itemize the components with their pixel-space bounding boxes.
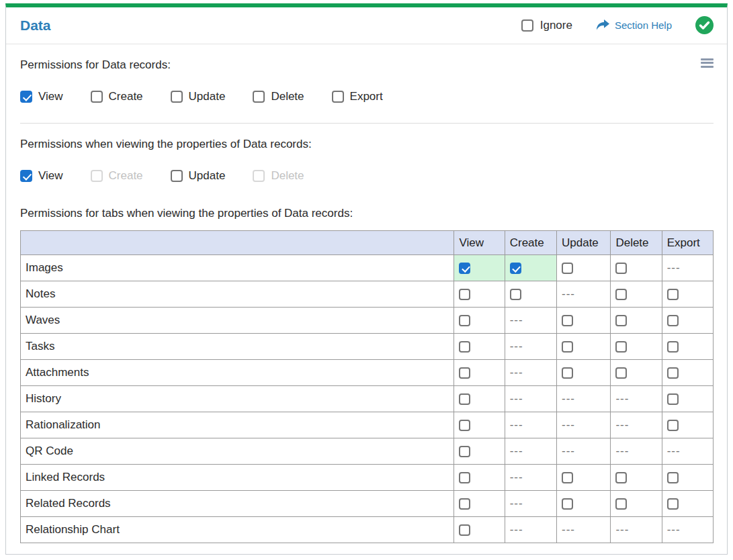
waves-delete-checkbox[interactable]	[615, 315, 627, 326]
waves-row-label: Waves	[21, 308, 454, 334]
na-indicator: ---	[510, 366, 523, 379]
delete-checkbox-item[interactable]: Delete	[253, 89, 304, 104]
attachments-row-label: Attachments	[21, 360, 454, 386]
na-indicator: ---	[562, 392, 575, 405]
panel-title: Data	[20, 17, 51, 34]
na-indicator: ---	[510, 471, 523, 483]
properties-permissions-checkbox-row: ViewCreateUpdateDelete	[20, 169, 714, 183]
tasks-update-cell	[557, 334, 611, 360]
rationalization-view-checkbox[interactable]	[459, 420, 470, 431]
export-checkbox[interactable]	[332, 91, 344, 103]
history-delete-not-applicable: ---	[611, 386, 662, 412]
na-indicator: ---	[667, 445, 681, 457]
images-create-checkbox[interactable]	[510, 263, 521, 274]
linked-records-export-cell	[662, 465, 713, 491]
na-indicator: ---	[615, 392, 629, 405]
tasks-delete-checkbox[interactable]	[615, 341, 627, 353]
linked-records-export-checkbox[interactable]	[667, 472, 679, 483]
attachments-export-cell	[662, 360, 713, 386]
na-indicator: ---	[510, 418, 523, 431]
panel-body: Permissions for Data records: ViewCreate…	[6, 58, 727, 543]
tasks-row-label: Tasks	[21, 334, 454, 360]
forward-arrow-icon	[596, 19, 609, 31]
rationalization-view-cell	[454, 412, 505, 438]
attachments-update-checkbox[interactable]	[562, 367, 573, 379]
history-export-checkbox[interactable]	[667, 393, 679, 405]
relationship-chart-create-not-applicable: ---	[505, 517, 556, 543]
checkbox-label: Delete	[271, 89, 304, 104]
view-checkbox-item[interactable]: View	[20, 169, 63, 183]
related-records-update-checkbox[interactable]	[562, 498, 573, 510]
waves-update-checkbox[interactable]	[562, 315, 573, 326]
related-records-export-checkbox[interactable]	[667, 498, 679, 510]
tasks-export-checkbox[interactable]	[667, 341, 679, 353]
create-checkbox	[91, 170, 103, 182]
view-checkbox-item[interactable]: View	[20, 89, 63, 104]
attachments-export-checkbox[interactable]	[667, 367, 679, 379]
linked-records-delete-checkbox[interactable]	[615, 472, 627, 483]
related-records-view-cell	[454, 491, 505, 517]
ignore-checkbox[interactable]	[521, 19, 533, 32]
tab-name-column-header	[21, 231, 454, 255]
waves-export-cell	[662, 308, 713, 334]
qr-code-view-checkbox[interactable]	[459, 446, 470, 457]
notes-update-not-applicable: ---	[557, 281, 611, 308]
na-indicator: ---	[510, 445, 523, 457]
panel-header-actions: Ignore Section Help	[521, 16, 714, 34]
related-records-delete-checkbox[interactable]	[615, 498, 627, 510]
waves-view-checkbox[interactable]	[459, 315, 470, 326]
related-records-delete-cell	[611, 491, 662, 517]
attachments-update-cell	[557, 360, 611, 386]
notes-export-checkbox[interactable]	[667, 289, 679, 300]
waves-create-not-applicable: ---	[505, 308, 556, 334]
ignore-checkbox-item[interactable]: Ignore	[521, 19, 572, 32]
notes-view-checkbox[interactable]	[459, 289, 470, 300]
tabs-permissions-table: ViewCreateUpdateDeleteExport Images---No…	[20, 230, 714, 543]
export-checkbox-item[interactable]: Export	[332, 89, 383, 104]
images-view-checkbox[interactable]	[459, 263, 470, 274]
hamburger-menu-icon[interactable]	[701, 55, 714, 71]
update-checkbox-item[interactable]: Update	[171, 89, 226, 104]
waves-update-cell	[557, 308, 611, 334]
linked-records-view-checkbox[interactable]	[459, 472, 470, 483]
na-indicator: ---	[562, 523, 575, 536]
rationalization-export-checkbox[interactable]	[667, 420, 679, 431]
images-delete-checkbox[interactable]	[615, 263, 627, 274]
related-records-view-checkbox[interactable]	[459, 498, 470, 510]
na-indicator: ---	[615, 418, 629, 431]
view-checkbox[interactable]	[20, 91, 32, 103]
tasks-export-cell	[662, 334, 713, 360]
view-checkbox[interactable]	[20, 170, 32, 182]
attachments-delete-checkbox[interactable]	[615, 367, 627, 379]
update-checkbox[interactable]	[171, 170, 183, 182]
tab-table-header-row: ViewCreateUpdateDeleteExport	[21, 231, 714, 255]
tasks-view-cell	[454, 334, 505, 360]
relationship-chart-update-not-applicable: ---	[557, 517, 611, 543]
waves-export-checkbox[interactable]	[667, 315, 679, 326]
create-checkbox-item[interactable]: Create	[91, 89, 143, 104]
tabs-permissions-label: Permissions for tabs when viewing the pr…	[20, 206, 353, 220]
na-indicator: ---	[667, 261, 681, 274]
delete-checkbox[interactable]	[253, 91, 265, 103]
na-indicator: ---	[562, 287, 575, 300]
checkbox-label: Delete	[271, 169, 304, 183]
history-update-not-applicable: ---	[557, 386, 611, 412]
images-update-checkbox[interactable]	[562, 263, 573, 274]
create-checkbox[interactable]	[91, 91, 103, 103]
history-view-cell	[454, 386, 505, 412]
update-checkbox-item[interactable]: Update	[171, 169, 226, 183]
notes-delete-checkbox[interactable]	[615, 289, 627, 300]
tasks-update-checkbox[interactable]	[562, 341, 573, 353]
checkbox-label: Create	[109, 89, 143, 104]
history-view-checkbox[interactable]	[459, 393, 470, 405]
update-checkbox[interactable]	[171, 91, 183, 103]
images-delete-cell	[611, 255, 662, 281]
notes-create-checkbox[interactable]	[510, 289, 521, 300]
rationalization-update-not-applicable: ---	[557, 412, 611, 438]
tasks-view-checkbox[interactable]	[459, 341, 470, 353]
attachments-view-checkbox[interactable]	[459, 367, 470, 379]
section-help-link[interactable]: Section Help	[596, 19, 672, 31]
relationship-chart-view-checkbox[interactable]	[459, 524, 470, 536]
linked-records-update-checkbox[interactable]	[562, 472, 573, 483]
panel-header: Data Ignore Section Help	[6, 7, 727, 44]
